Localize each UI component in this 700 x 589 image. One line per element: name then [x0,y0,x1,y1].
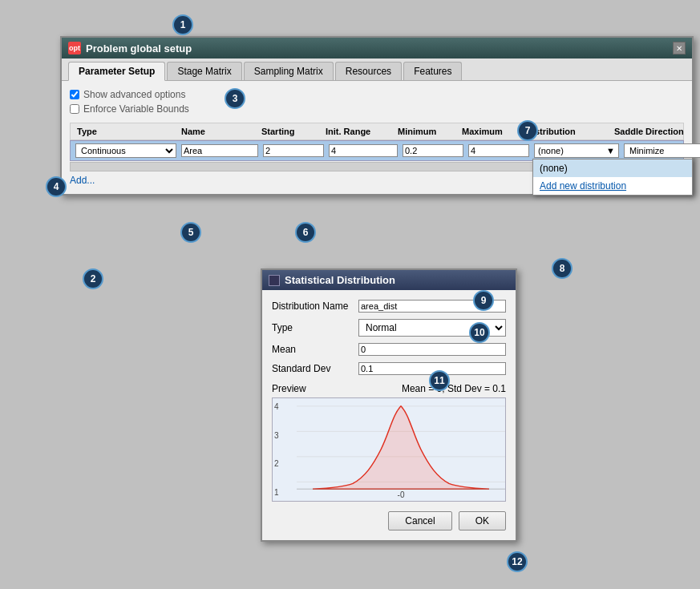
table-header: Type Name Starting Init. Range Minimum M… [70,123,684,140]
minimum-input[interactable] [403,144,463,157]
preview-section: Preview Mean = 0; Std Dev = 0.1 4 3 2 1 [272,383,506,502]
distribution-chart [297,398,505,501]
preview-label: Preview [272,383,306,394]
y-label-2: 2 [274,459,295,468]
cell-starting [261,143,326,158]
th-minimum: Minimum [395,125,459,138]
badge-3: 3 [225,88,245,109]
y-label-1: 1 [274,488,295,497]
mean-label: Mean [272,344,352,355]
chart-area: 4 3 2 1 -0 [272,397,506,502]
preview-label-row: Preview Mean = 0; Std Dev = 0.1 [272,383,506,394]
show-advanced-row: Show advanced options [70,89,684,100]
cell-distribution: (none) ▼ (none) Add new distribution [532,143,621,159]
badge-2: 2 [83,268,103,289]
enforce-bounds-row: Enforce Variable Bounds [70,103,684,115]
badge-9: 9 [473,290,494,311]
badge-11: 11 [429,370,450,391]
maximum-input[interactable] [468,144,529,157]
badge-5: 5 [180,222,201,243]
chart-xaxis: -0 [297,490,505,499]
tab-sampling-matrix[interactable]: Sampling Matrix [244,62,334,80]
type-select[interactable]: Continuous Discrete Integer [75,143,176,158]
preview-stats: Mean = 0; Std Dev = 0.1 [402,383,506,394]
th-type: Type [74,125,178,138]
cell-type: Continuous Discrete Integer [74,143,178,159]
cell-name [180,143,260,158]
std-dev-label: Standard Dev [272,363,352,374]
options-row: Show advanced options Enforce Variable B… [70,89,684,115]
badge-8: 8 [552,258,573,279]
main-close-button[interactable]: ✕ [673,42,686,54]
ok-button[interactable]: OK [459,511,506,531]
dist-option-add-new[interactable]: Add new distribution [533,177,692,195]
cell-minimum [401,143,465,158]
badge-7: 7 [517,120,538,141]
dialog-content: Show advanced options Enforce Variable B… [62,81,692,194]
enforce-bounds-checkbox[interactable] [70,104,79,114]
th-starting: Starting [258,125,322,138]
tab-parameter-setup[interactable]: Parameter Setup [68,62,165,81]
stat-titlebar: Statistical Distribution [262,270,516,290]
init-range-input[interactable] [329,144,398,157]
mean-input[interactable] [358,343,506,356]
tab-stage-matrix[interactable]: Stage Matrix [167,62,241,80]
dist-name-row: Distribution Name [272,300,506,313]
main-dialog-title: Problem global setup [86,42,192,54]
show-advanced-checkbox[interactable] [70,90,79,99]
name-input[interactable] [181,144,258,157]
badge-6: 6 [295,222,316,243]
std-row: Standard Dev [272,362,506,375]
badge-10: 10 [469,322,490,343]
th-init-range: Init. Range [322,125,395,138]
th-saddle: Saddle Direction [611,125,700,138]
mean-row: Mean [272,343,506,356]
table-row: Continuous Discrete Integer [70,140,684,161]
distribution-selected: (none) [538,146,564,155]
cell-init-range [327,143,399,158]
dropdown-arrow-icon: ▼ [606,146,615,155]
chart-yaxis: 4 3 2 1 [273,398,297,501]
dist-option-none[interactable]: (none) [533,159,692,177]
main-dialog: opt Problem global setup ✕ Parameter Set… [60,36,694,196]
cancel-button[interactable]: Cancel [388,511,451,531]
th-maximum: Maximum [459,125,523,138]
show-advanced-label: Show advanced options [83,89,185,100]
badge-4: 4 [46,176,67,197]
distribution-popup: (none) Add new distribution [532,159,693,196]
enforce-bounds-label: Enforce Variable Bounds [83,103,189,115]
badge-1: 1 [172,14,193,35]
th-name: Name [178,125,258,138]
cell-maximum [467,143,531,158]
tabs-bar: Parameter Setup Stage Matrix Sampling Ma… [62,58,692,81]
saddle-select[interactable]: Minimize Maximize [624,143,700,158]
x-label: -0 [398,490,405,499]
dist-name-label: Distribution Name [272,301,352,312]
tab-features[interactable]: Features [403,62,462,80]
stat-icon [269,275,280,286]
type-label: Type [272,322,352,333]
cell-saddle: Minimize Maximize [622,143,700,159]
stat-dialog-title: Statistical Distribution [285,274,395,286]
tab-resources[interactable]: Resources [335,62,402,80]
starting-input[interactable] [263,144,324,157]
badge-12: 12 [507,551,528,572]
title-left: opt Problem global setup [68,42,192,54]
app-icon: opt [68,42,81,54]
distribution-dropdown-btn[interactable]: (none) ▼ [534,143,619,158]
main-titlebar: opt Problem global setup ✕ [62,38,692,58]
y-label-4: 4 [274,402,295,411]
y-label-3: 3 [274,431,295,440]
add-link[interactable]: Add... [70,175,95,186]
stat-buttons: Cancel OK [272,511,506,531]
